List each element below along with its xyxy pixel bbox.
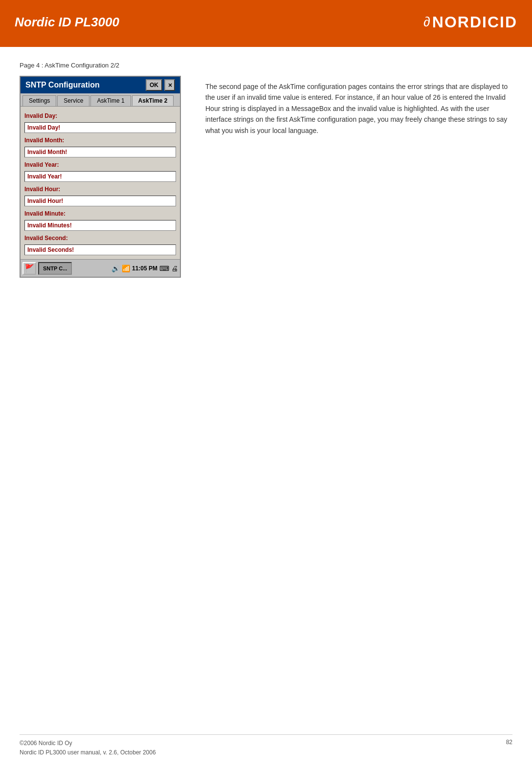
field-label-year: Invalid Year: xyxy=(24,161,176,168)
tab-asktime2[interactable]: AskTime 2 xyxy=(132,95,174,106)
tab-service[interactable]: Service xyxy=(57,95,89,106)
network-icon: 🔊 xyxy=(111,265,120,272)
footer-left: ©2006 Nordic ID Oy Nordic ID PL3000 user… xyxy=(20,739,156,757)
field-input-second[interactable] xyxy=(24,244,176,255)
tab-settings[interactable]: Settings xyxy=(22,95,56,106)
footer: ©2006 Nordic ID Oy Nordic ID PL3000 user… xyxy=(20,734,512,757)
field-label-month: Invalid Month: xyxy=(24,137,176,144)
logo-area: ∂ NORDICID xyxy=(423,13,517,31)
footer-page-number: 82 xyxy=(506,739,512,757)
dialog-titlebar: SNTP Configuration OK × xyxy=(21,77,180,93)
signal-icon: 📶 xyxy=(122,265,130,272)
description-text: The second page of the AskTime configura… xyxy=(205,81,512,136)
ok-button[interactable]: OK xyxy=(146,79,162,91)
tabs-bar: Settings Service AskTime 1 AskTime 2 xyxy=(21,93,180,107)
header-title: Nordic ID PL3000 xyxy=(15,15,119,30)
taskbar-time: 11:05 PM xyxy=(132,265,157,272)
footer-line1: ©2006 Nordic ID Oy xyxy=(20,739,156,748)
start-icon: 🚩 xyxy=(24,264,34,273)
field-input-hour[interactable] xyxy=(24,196,176,206)
dialog-buttons: OK × xyxy=(146,79,175,91)
field-input-day[interactable] xyxy=(24,122,176,133)
taskbar-app[interactable]: SNTP C... xyxy=(38,262,72,275)
field-input-month[interactable] xyxy=(24,147,176,157)
dialog-window: SNTP Configuration OK × Settings Service… xyxy=(20,76,181,278)
main-content: Page 4 : AskTime Configuration 2/2 SNTP … xyxy=(0,47,532,292)
logo-icon: ∂ xyxy=(423,14,430,30)
left-panel: Page 4 : AskTime Configuration 2/2 SNTP … xyxy=(20,62,186,278)
field-label-minute: Invalid Minute: xyxy=(24,210,176,217)
field-input-minute[interactable] xyxy=(24,220,176,231)
field-label-day: Invalid Day: xyxy=(24,112,176,119)
field-label-second: Invalid Second: xyxy=(24,235,176,242)
taskbar-icons: 🔊 📶 11:05 PM ⌨ 🖨 xyxy=(111,265,178,272)
keyboard-icon: ⌨ xyxy=(159,265,169,272)
printer-icon: 🖨 xyxy=(171,265,178,272)
dialog-title-text: SNTP Configuration xyxy=(25,81,100,89)
footer-line2: Nordic ID PL3000 user manual, v. 2.6, Oc… xyxy=(20,748,156,757)
start-button[interactable]: 🚩 xyxy=(22,262,36,275)
field-label-hour: Invalid Hour: xyxy=(24,186,176,193)
field-input-year[interactable] xyxy=(24,171,176,182)
page-title: Page 4 : AskTime Configuration 2/2 xyxy=(20,62,186,69)
close-button[interactable]: × xyxy=(164,79,175,91)
form-area: Invalid Day: Invalid Month: Invalid Year… xyxy=(21,107,180,259)
tab-asktime1[interactable]: AskTime 1 xyxy=(90,95,131,106)
right-panel: The second page of the AskTime configura… xyxy=(205,62,512,278)
header: Nordic ID PL3000 ∂ NORDICID xyxy=(0,0,532,44)
taskbar: 🚩 SNTP C... 🔊 📶 11:05 PM ⌨ 🖨 xyxy=(21,259,180,277)
logo-text: NORDICID xyxy=(432,13,517,31)
